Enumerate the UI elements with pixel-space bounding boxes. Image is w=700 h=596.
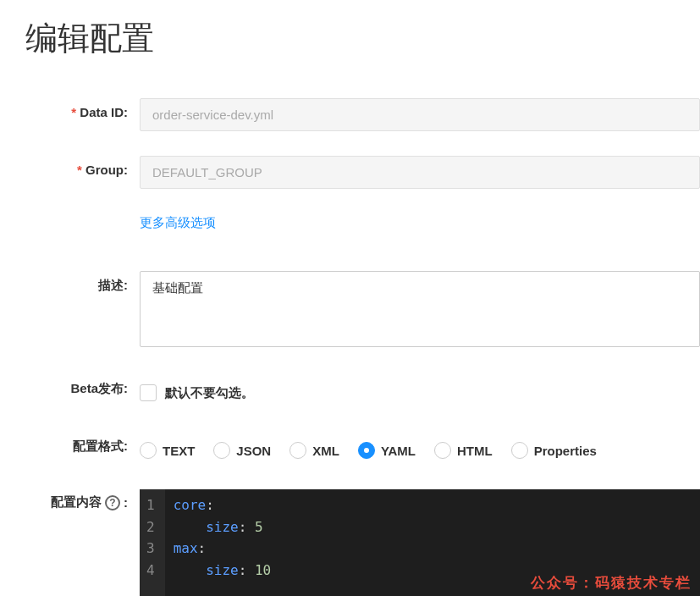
input-data-id xyxy=(140,98,700,131)
code-content[interactable]: core: size: 5 max: size: 10 公众号：码猿技术专栏 xyxy=(165,489,700,596)
checkbox-beta[interactable] xyxy=(140,384,157,401)
code-gutter: 1234 xyxy=(140,489,165,596)
radio-circle-icon xyxy=(213,442,230,459)
label-group: Group: xyxy=(25,156,140,177)
label-beta: Beta发布: xyxy=(25,374,140,397)
code-editor[interactable]: 1234 core: size: 5 max: size: 10 公众号：码猿技… xyxy=(140,489,700,596)
radio-format-yaml[interactable]: YAML xyxy=(358,442,416,459)
label-data-id: Data ID: xyxy=(25,98,140,119)
radio-format-text[interactable]: TEXT xyxy=(140,442,195,459)
radio-label: YAML xyxy=(381,444,416,458)
radio-format-json[interactable]: JSON xyxy=(213,442,271,459)
radio-group-format: TEXTJSONXMLYAMLHTMLProperties xyxy=(140,432,700,466)
label-content: 配置内容?: xyxy=(25,489,140,510)
radio-format-html[interactable]: HTML xyxy=(434,442,493,459)
label-format: 配置格式: xyxy=(25,432,140,455)
radio-circle-icon xyxy=(140,442,157,459)
radio-circle-icon xyxy=(289,442,306,459)
page-title: 编辑配置 xyxy=(25,17,700,60)
radio-circle-icon xyxy=(511,442,528,459)
radio-format-xml[interactable]: XML xyxy=(289,442,339,459)
radio-label: XML xyxy=(312,444,339,458)
radio-label: Properties xyxy=(534,444,597,458)
input-group xyxy=(140,156,700,189)
radio-circle-icon xyxy=(434,442,451,459)
textarea-description[interactable]: 基础配置 xyxy=(140,271,700,347)
watermark-text: 公众号：码猿技术专栏 xyxy=(531,571,692,594)
checkbox-beta-text: 默认不要勾选。 xyxy=(165,385,254,401)
radio-circle-icon xyxy=(358,442,375,459)
radio-label: JSON xyxy=(236,444,271,458)
help-icon[interactable]: ? xyxy=(105,495,120,510)
radio-label: TEXT xyxy=(163,444,195,458)
link-advanced-options[interactable]: 更多高级选项 xyxy=(140,213,216,231)
radio-format-properties[interactable]: Properties xyxy=(511,442,597,459)
label-description: 描述: xyxy=(25,271,140,294)
radio-label: HTML xyxy=(457,444,493,458)
